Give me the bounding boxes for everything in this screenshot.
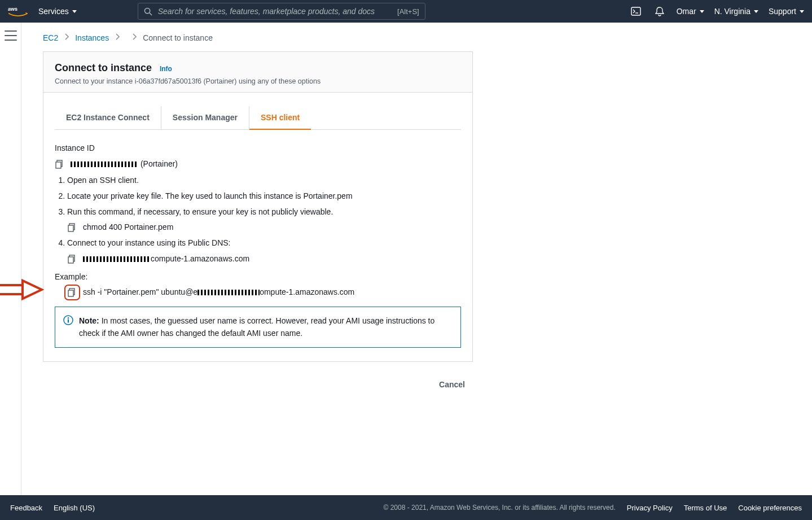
main-content: EC2 Instances Connect to instance Connec… (21, 23, 812, 495)
ssh-example-suffix: ompute-1.amazonaws.com (260, 287, 354, 296)
services-menu[interactable]: Services (38, 7, 77, 16)
search-input[interactable] (157, 6, 393, 16)
hamburger-icon[interactable] (5, 30, 17, 41)
connect-tabs: EC2 Instance Connect Session Manager SSH… (55, 106, 461, 130)
svg-rect-4 (631, 7, 640, 15)
caret-down-icon (72, 10, 77, 13)
copy-dns-icon[interactable] (67, 254, 77, 264)
cancel-button[interactable]: Cancel (431, 375, 473, 394)
account-menu[interactable]: Omar (677, 7, 704, 16)
svg-rect-13 (68, 290, 73, 296)
breadcrumb-ec2[interactable]: EC2 (43, 33, 58, 42)
global-search[interactable]: [Alt+S] (138, 3, 425, 20)
ami-note-box: Note: In most cases, the guessed user na… (55, 307, 461, 348)
support-menu[interactable]: Support (769, 7, 804, 16)
step-3-text: Run this command, if necessary, to ensur… (67, 207, 333, 216)
terms-of-use-link[interactable]: Terms of Use (684, 504, 727, 512)
breadcrumb-current: Connect to instance (143, 33, 213, 42)
step-3: Run this command, if necessary, to ensur… (67, 206, 461, 234)
ssh-client-content: Instance ID (Portainer) Open an SSH clie… (43, 130, 472, 361)
services-label: Services (38, 7, 69, 16)
tab-ssh-client[interactable]: SSH client (249, 106, 311, 130)
svg-text:aws: aws (8, 6, 17, 12)
chevron-right-icon (115, 33, 120, 42)
support-label: Support (769, 7, 796, 16)
instance-id-label: Instance ID (55, 142, 461, 155)
step-2: Locate your private key file. The key us… (67, 190, 461, 203)
copyright-text: © 2008 - 2021, Amazon Web Services, Inc.… (384, 504, 616, 512)
connect-panel: Connect to instance Info Connect to your… (43, 51, 473, 362)
public-dns: compute-1.amazonaws.com (83, 253, 249, 265)
svg-rect-11 (68, 257, 73, 263)
aws-logo[interactable]: aws (8, 5, 28, 18)
panel-title: Connect to instance (55, 62, 152, 74)
ami-note-text: Note: In most cases, the guessed user na… (79, 315, 453, 339)
info-link[interactable]: Info (160, 65, 172, 73)
caret-down-icon (800, 10, 804, 13)
privacy-policy-link[interactable]: Privacy Policy (627, 504, 673, 512)
panel-header: Connect to instance Info Connect to your… (43, 52, 472, 93)
svg-marker-18 (23, 281, 42, 299)
tab-ec2-instance-connect[interactable]: EC2 Instance Connect (55, 106, 161, 129)
search-hotkey: [Alt+S] (397, 7, 419, 16)
region-menu[interactable]: N. Virginia (714, 7, 758, 16)
sidebar-toggle-rail (0, 23, 21, 495)
example-label: Example: (55, 271, 461, 283)
ssh-example-prefix: ssh -i "Portainer.pem" ubuntu@e (83, 287, 197, 296)
chevron-right-icon (64, 33, 69, 42)
search-icon (144, 7, 152, 16)
note-label: Note: (79, 316, 99, 325)
instance-name-suffix: (Portainer) (141, 159, 178, 168)
instance-id-value: (Portainer) (71, 158, 178, 171)
svg-point-2 (144, 8, 150, 13)
breadcrumb: EC2 Instances Connect to instance (21, 23, 812, 48)
step-4: Connect to your instance using its Publi… (67, 237, 461, 265)
language-label: English (US) (54, 504, 95, 512)
breadcrumb-instances[interactable]: Instances (75, 33, 109, 42)
ssh-steps: Open an SSH client. Locate your private … (55, 174, 461, 265)
copy-chmod-icon[interactable] (67, 222, 77, 233)
caret-down-icon (700, 10, 704, 13)
copy-instance-id-icon[interactable] (55, 159, 65, 169)
note-body: In most cases, the guessed user name is … (79, 316, 434, 338)
panel-subtitle: Connect to your instance i-06a37fd67a500… (55, 77, 461, 85)
chmod-command: chmod 400 Portainer.pem (83, 221, 173, 234)
caret-down-icon (754, 10, 758, 13)
dns-suffix: compute-1.amazonaws.com (151, 254, 249, 263)
step-4-text: Connect to your instance using its Publi… (67, 238, 230, 247)
cookie-preferences-link[interactable]: Cookie preferences (738, 504, 802, 512)
feedback-link[interactable]: Feedback (10, 504, 42, 512)
svg-rect-7 (56, 162, 61, 168)
tab-session-manager[interactable]: Session Manager (161, 106, 249, 129)
chevron-right-icon (131, 33, 137, 42)
notifications-icon[interactable] (653, 5, 666, 18)
ssh-example-command: ssh -i "Portainer.pem" ubuntu@eompute-1.… (83, 286, 354, 299)
language-selector[interactable]: English (US) (54, 504, 98, 512)
copy-ssh-example-icon[interactable] (67, 287, 77, 298)
cloudshell-icon[interactable] (629, 5, 643, 18)
info-icon (63, 315, 73, 339)
svg-line-3 (150, 12, 152, 15)
step-1: Open an SSH client. (67, 174, 461, 187)
svg-point-15 (68, 317, 69, 318)
svg-rect-16 (68, 319, 69, 322)
footer: Feedback English (US) © 2008 - 2021, Ama… (0, 495, 812, 520)
region-name: N. Virginia (714, 7, 750, 16)
svg-rect-9 (68, 225, 73, 231)
account-name: Omar (677, 7, 696, 16)
top-nav: aws Services [Alt+S] Omar N. Virginia Su… (0, 0, 812, 23)
